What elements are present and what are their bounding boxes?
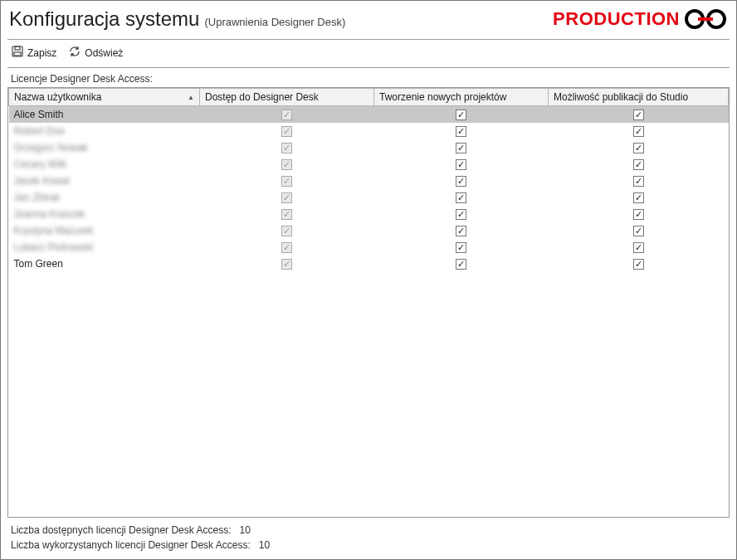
create-checkbox[interactable]: ✓ [456,226,466,236]
publish-cell: ✓ [549,239,729,256]
access-cell: ✓ [200,189,374,206]
refresh-label: Odśwież [85,47,123,59]
create-checkbox[interactable]: ✓ [456,259,466,270]
create-cell: ✓ [374,256,549,272]
title-block: Konfiguracja systemu (Uprawnienia Design… [9,7,345,31]
create-cell: ✓ [374,173,549,189]
table-row[interactable]: Alice Smith✓✓✓ [9,106,729,123]
access-checkbox: ✓ [281,242,292,253]
publish-checkbox[interactable]: ✓ [633,110,644,120]
column-header-user-label: Nazwa użytkownika [14,91,101,103]
publish-cell: ✓ [549,206,729,222]
create-cell: ✓ [374,156,549,173]
create-checkbox[interactable]: ✓ [456,143,466,153]
check-icon: ✓ [457,126,465,137]
table-row[interactable]: Krystyna Mazurek✓✓✓ [9,222,729,239]
check-icon: ✓ [283,176,290,187]
table-row[interactable]: Robert Doe✓✓✓ [9,123,729,139]
access-cell: ✓ [200,156,374,173]
refresh-button[interactable]: Odśwież [68,45,123,61]
publish-checkbox[interactable]: ✓ [633,259,644,270]
sort-asc-icon: ▲ [188,94,194,101]
user-name: Alice Smith [14,109,64,120]
publish-checkbox[interactable]: ✓ [633,126,644,137]
create-checkbox[interactable]: ✓ [456,126,466,137]
svg-rect-5 [14,52,21,56]
licenses-grid: Nazwa użytkownika ▲ Dostęp do Designer D… [7,87,730,518]
create-cell: ✓ [374,139,549,156]
available-licenses-value: 10 [239,524,250,536]
access-checkbox: ✓ [281,209,292,220]
access-checkbox: ✓ [281,259,292,270]
create-checkbox[interactable]: ✓ [456,192,466,203]
column-header-publish[interactable]: Możliwość publikacji do Studio [549,89,729,106]
access-checkbox: ✓ [281,143,292,153]
user-name: Grzegorz Nowak [14,142,88,153]
publish-cell: ✓ [549,123,729,139]
access-cell: ✓ [200,173,374,189]
table-row[interactable]: Jan Zbirak✓✓✓ [9,189,729,206]
user-cell: Cezary Wilk [9,156,200,173]
save-button[interactable]: Zapisz [11,45,56,61]
create-cell: ✓ [374,123,549,139]
table-row[interactable]: Grzegorz Nowak✓✓✓ [9,139,729,156]
table-row[interactable]: Tom Green✓✓✓ [9,256,729,272]
column-header-access-label: Dostęp do Designer Desk [205,91,319,103]
column-header-create[interactable]: Tworzenie nowych projektów [374,89,549,106]
table-row[interactable]: Jacek Kowal✓✓✓ [9,173,729,189]
create-checkbox[interactable]: ✓ [456,176,466,187]
user-name: Jan Zbirak [14,192,61,203]
column-header-publish-label: Możliwość publikacji do Studio [554,91,688,103]
check-icon: ✓ [457,242,465,253]
table-row[interactable]: Cezary Wilk✓✓✓ [9,156,729,173]
create-checkbox[interactable]: ✓ [456,110,466,120]
check-icon: ✓ [635,192,642,203]
create-cell: ✓ [374,189,549,206]
access-cell: ✓ [200,222,374,239]
content-area: Licencje Designer Desk Access: Nazwa uży… [7,68,730,553]
access-cell: ✓ [200,206,374,222]
access-checkbox: ✓ [281,226,292,236]
publish-cell: ✓ [549,106,729,123]
used-licenses-value: 10 [259,539,270,551]
table-row[interactable]: Joanna Kraszek✓✓✓ [9,206,729,222]
access-cell: ✓ [200,139,374,156]
access-checkbox: ✓ [281,159,292,170]
create-checkbox[interactable]: ✓ [456,242,466,253]
user-name: Lukasz Piotrowski [14,241,94,253]
brand-block: PRODUCTION [553,8,728,30]
check-icon: ✓ [635,143,642,153]
publish-checkbox[interactable]: ✓ [633,192,644,203]
user-cell: Lukasz Piotrowski [9,239,200,256]
access-checkbox: ✓ [281,192,292,203]
check-icon: ✓ [457,176,465,187]
column-header-user[interactable]: Nazwa użytkownika ▲ [9,89,200,106]
publish-checkbox[interactable]: ✓ [633,226,644,236]
publish-checkbox[interactable]: ✓ [633,242,644,253]
create-checkbox[interactable]: ✓ [456,209,466,220]
check-icon: ✓ [635,226,642,236]
publish-checkbox[interactable]: ✓ [633,143,644,153]
check-icon: ✓ [283,192,290,203]
save-icon [11,45,24,61]
table-row[interactable]: Lukasz Piotrowski✓✓✓ [9,239,729,256]
create-checkbox[interactable]: ✓ [456,159,466,170]
publish-checkbox[interactable]: ✓ [633,209,644,220]
user-cell: Grzegorz Nowak [9,139,200,156]
user-name: Robert Doe [14,125,65,137]
column-header-access[interactable]: Dostęp do Designer Desk [200,89,374,106]
licenses-table: Nazwa użytkownika ▲ Dostęp do Designer D… [8,88,729,272]
publish-checkbox[interactable]: ✓ [633,159,644,170]
check-icon: ✓ [283,226,290,236]
available-licenses-row: Liczba dostępnych licencji Designer Desk… [11,523,726,538]
check-icon: ✓ [635,176,642,187]
user-name: Krystyna Mazurek [14,225,94,236]
publish-checkbox[interactable]: ✓ [633,176,644,187]
user-cell: Tom Green [9,256,200,272]
grid-empty-space [8,272,729,518]
access-checkbox: ✓ [281,126,292,137]
check-icon: ✓ [457,110,465,120]
check-icon: ✓ [283,143,290,153]
user-cell: Krystyna Mazurek [9,222,200,239]
access-cell: ✓ [200,239,374,256]
